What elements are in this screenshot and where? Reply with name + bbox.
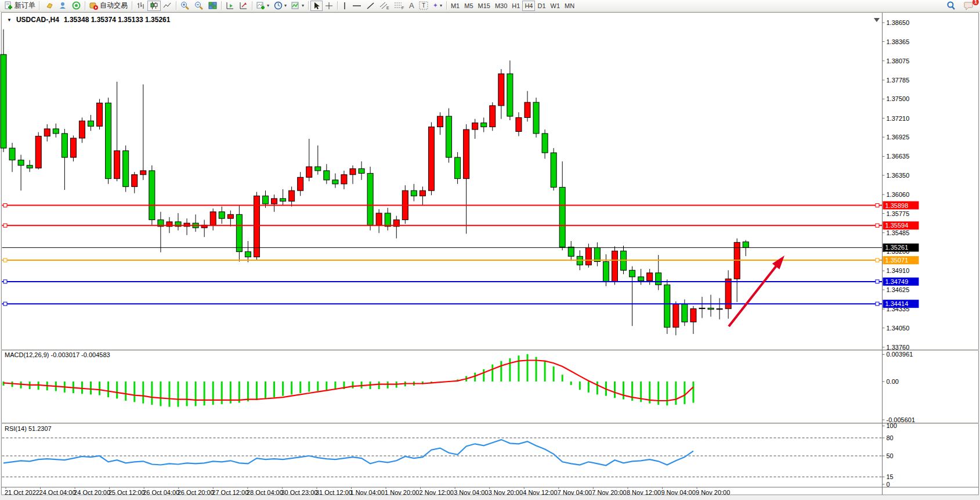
price-tick-label: 1.34050 xyxy=(887,325,910,332)
auto-scroll-button[interactable] xyxy=(237,1,250,11)
candle xyxy=(699,308,705,308)
price-line-badge: 1.35594 xyxy=(883,221,919,229)
price-tick-label: 1.37210 xyxy=(887,115,910,122)
price-tick-label: 1.36635 xyxy=(887,153,910,160)
price-tick-label: 1.36060 xyxy=(887,191,910,198)
text-button[interactable]: A xyxy=(407,1,417,11)
candlestick-chart-button[interactable] xyxy=(147,1,161,11)
time-tick-label: 1 Nov 20:00 xyxy=(385,489,419,496)
cursor-button[interactable] xyxy=(310,1,323,11)
time-tick-label: 3 Nov 04:00 xyxy=(454,489,488,496)
tile-windows-button[interactable] xyxy=(206,1,219,11)
timeframe-mn-button[interactable]: MN xyxy=(562,1,577,11)
auto-scroll-icon xyxy=(239,1,248,10)
horizontal-line-button[interactable] xyxy=(350,1,364,11)
price-chart[interactable]: MACD(12,26,9) -0.003017 -0.004583RSI(14)… xyxy=(0,0,980,500)
line-handle[interactable] xyxy=(876,204,879,207)
autotrading-label: 自动交易 xyxy=(100,1,128,10)
time-tick-label: 7 Nov 04:00 xyxy=(558,489,592,496)
trendline-button[interactable] xyxy=(364,1,377,11)
templates-button[interactable]: ▾ xyxy=(289,1,306,11)
svg-text:1.35071: 1.35071 xyxy=(885,257,909,264)
arrows-dropdown-arrow: ▾ xyxy=(440,3,442,8)
price-line-badge: 1.34414 xyxy=(883,300,919,308)
indicators-button[interactable]: ▾ xyxy=(254,1,272,11)
candle xyxy=(542,134,548,153)
zoom-in-button[interactable] xyxy=(178,1,192,11)
candle xyxy=(594,247,600,261)
line-handle[interactable] xyxy=(3,302,7,305)
candle xyxy=(472,123,478,130)
timeframe-m1-button[interactable]: M1 xyxy=(449,1,462,11)
candle xyxy=(324,171,330,180)
new-order-label: 新订单 xyxy=(15,1,35,10)
chart-shift-button[interactable] xyxy=(223,1,237,11)
line-handle[interactable] xyxy=(3,258,7,262)
line-handle[interactable] xyxy=(3,224,7,227)
time-tick-label: 9 Nov 20:00 xyxy=(696,489,730,496)
chart-symbol-period: USDCAD-,H4 xyxy=(16,16,59,24)
community-button[interactable] xyxy=(56,1,70,11)
svg-text:1.35898: 1.35898 xyxy=(885,202,909,209)
autotrading-icon xyxy=(89,1,98,10)
timeframe-d1-button[interactable]: D1 xyxy=(535,1,548,11)
price-tick-label: 1.34910 xyxy=(887,267,910,274)
tile-windows-icon xyxy=(208,1,217,10)
timeframe-h4-button[interactable]: H4 xyxy=(522,1,535,11)
periods-button[interactable]: ▾ xyxy=(272,1,289,11)
timeframe-w1-button[interactable]: W1 xyxy=(548,1,563,11)
svg-text:T: T xyxy=(422,2,425,9)
gold-button[interactable] xyxy=(43,1,56,11)
templates-icon xyxy=(291,1,300,10)
svg-text:1.34749: 1.34749 xyxy=(885,278,909,285)
line-handle[interactable] xyxy=(3,280,7,283)
timeframe-h1-button[interactable]: H1 xyxy=(509,1,522,11)
candle xyxy=(35,136,41,168)
timeframe-m15-button[interactable]: M15 xyxy=(476,1,493,11)
chart-menu-arrow-icon[interactable]: ▼ xyxy=(7,17,12,23)
line-handle[interactable] xyxy=(876,302,879,305)
candle xyxy=(236,214,242,251)
time-tick-label: 27 Oct 12:00 xyxy=(212,489,248,496)
timeframe-m5-button[interactable]: M5 xyxy=(462,1,475,11)
candle xyxy=(647,273,653,281)
candle xyxy=(210,212,216,225)
candle xyxy=(359,168,364,173)
price-tick-label: 1.35775 xyxy=(887,210,910,217)
community-icon xyxy=(59,1,67,10)
candle xyxy=(673,304,679,328)
candle xyxy=(9,148,15,160)
time-tick-label: 30 Oct 23:00 xyxy=(281,489,317,496)
search-button[interactable] xyxy=(944,1,958,11)
autotrading-button[interactable]: 自动交易 xyxy=(87,1,130,11)
crosshair-button[interactable] xyxy=(323,1,335,11)
candle xyxy=(717,309,722,310)
timeframe-m30-button[interactable]: M30 xyxy=(493,1,509,11)
arrows-button[interactable]: ✦ ▾ xyxy=(431,1,444,11)
new-order-button[interactable]: 新订单 xyxy=(2,1,38,11)
equidistant-channel-button[interactable]: E xyxy=(377,1,392,11)
line-chart-button[interactable] xyxy=(161,1,174,11)
signal-button[interactable] xyxy=(70,1,83,11)
vertical-line-button[interactable] xyxy=(339,1,350,11)
vertical-line-icon xyxy=(342,2,348,10)
chart-title: ▼ USDCAD-,H4 1.35348 1.35374 1.35133 1.3… xyxy=(7,16,170,24)
text-label-button[interactable]: T xyxy=(417,1,431,11)
bar-chart-button[interactable] xyxy=(134,1,147,11)
toolbar-separator xyxy=(221,1,222,10)
candle xyxy=(315,167,321,171)
line-handle[interactable] xyxy=(876,224,879,227)
toolbar-separator xyxy=(446,1,447,10)
line-handle[interactable] xyxy=(3,204,7,207)
templates-dropdown-arrow: ▾ xyxy=(302,3,304,8)
line-handle[interactable] xyxy=(876,258,879,262)
price-line-badge: 1.34749 xyxy=(883,278,919,286)
line-handle[interactable] xyxy=(876,280,879,283)
fibonacci-button[interactable]: F xyxy=(392,1,407,11)
notifications-button[interactable]: 1 xyxy=(961,1,976,11)
candle xyxy=(533,102,539,134)
zoom-out-button[interactable] xyxy=(192,1,206,11)
new-order-icon xyxy=(4,1,13,10)
svg-text:1.35261: 1.35261 xyxy=(885,244,909,251)
price-tick-label: 1.38365 xyxy=(887,38,910,45)
